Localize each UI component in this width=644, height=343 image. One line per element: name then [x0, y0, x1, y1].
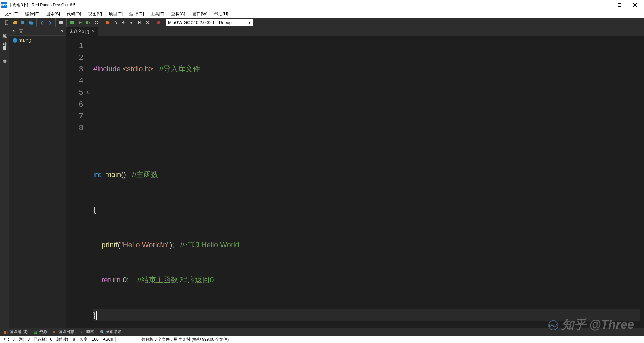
menu-tools[interactable]: 工具[T] — [147, 10, 168, 18]
svg-rect-6 — [97, 21, 98, 22]
vtab-structure[interactable]: 结构 — [2, 38, 8, 41]
statusbar: 行: 8 列: 3 已选择: 0 总行数: 8 长度: 160 ASCII 共解… — [0, 336, 644, 343]
menu-refactor[interactable]: 重构[C] — [168, 10, 189, 18]
save-icon[interactable] — [19, 19, 26, 26]
menu-code[interactable]: 代码[O] — [63, 10, 85, 18]
continue-icon[interactable] — [136, 19, 143, 26]
compile-run-icon[interactable] — [85, 19, 92, 26]
resources-icon: ▦ — [34, 330, 38, 334]
compile-icon[interactable] — [68, 19, 76, 26]
refresh-icon[interactable]: ↻ — [59, 28, 65, 35]
menu-run[interactable]: 运行[R] — [126, 10, 147, 18]
tree-toggle-icon[interactable]: ☰ — [39, 28, 45, 35]
filter-icon[interactable] — [18, 28, 24, 35]
fold-gutter: ⊟ — [87, 36, 91, 343]
status-sel: 已选择: 0 — [32, 337, 54, 342]
vtab-watch[interactable]: 监视 — [2, 29, 8, 33]
menu-view[interactable]: 视图[V] — [85, 10, 105, 18]
open-file-icon[interactable] — [11, 19, 18, 26]
function-icon: f — [13, 38, 17, 43]
svg-rect-0 — [618, 4, 621, 7]
btab-search[interactable]: 🔍搜索结果 — [97, 328, 124, 335]
close-tab-icon[interactable]: × — [92, 29, 94, 34]
maximize-button[interactable] — [612, 0, 627, 10]
btab-compile-log[interactable]: ≡编译日志 — [50, 328, 77, 335]
file-tab[interactable]: 未命名3 [*] × — [66, 27, 98, 36]
minimize-button[interactable] — [596, 0, 612, 10]
svg-rect-8 — [97, 23, 98, 24]
btab-debug[interactable]: ✓调试 — [78, 328, 97, 335]
search-icon: 🔍 — [100, 330, 104, 334]
forward-icon[interactable] — [46, 19, 54, 26]
code-editor[interactable]: 12345678 ⊟ #include <stdio.h> //导入库文件 in… — [66, 36, 644, 343]
bottom-tabs: ◧编译器 (0) ▦资源 ≡编译日志 ✓调试 🔍搜索结果 — [0, 328, 644, 336]
debug-icon[interactable] — [104, 19, 111, 26]
menu-search[interactable]: 搜索[S] — [43, 10, 63, 18]
svg-rect-4 — [86, 21, 88, 24]
svg-rect-5 — [95, 21, 96, 22]
save-all-icon[interactable] — [27, 19, 35, 26]
menu-window[interactable]: 窗口[W] — [189, 10, 211, 18]
left-vertical-tabs: 监视 结构 文件 — [0, 27, 9, 328]
file-icon — [2, 46, 7, 50]
new-file-icon[interactable] — [3, 19, 10, 26]
compiler-icon: ◧ — [4, 330, 8, 334]
svg-rect-11 — [3, 46, 6, 50]
app-icon: DEV — [1, 2, 7, 8]
svg-point-10 — [157, 21, 160, 24]
menu-project[interactable]: 项目[P] — [105, 10, 126, 18]
debug-tab-icon: ✓ — [80, 330, 85, 334]
status-encoding: ASCII — [101, 337, 115, 342]
file-tab-label: 未命名3 [*] — [70, 29, 89, 35]
fold-toggle-icon[interactable]: ⊟ — [87, 86, 91, 98]
menubar: 文件[F] 编辑[E] 搜索[S] 代码[O] 视图[V] 项目[P] 运行[R… — [0, 10, 644, 18]
toolbar: MinGW GCC10.2.0 32-bit Debug ▾ — [0, 18, 644, 27]
log-icon: ≡ — [53, 330, 57, 334]
status-col: 列: 3 — [17, 337, 32, 342]
btab-compiler[interactable]: ◧编译器 (0) — [1, 328, 30, 335]
window-title: 未命名3 [*] - Red Panda Dev-C++ 6.5 — [9, 2, 75, 8]
line-gutter: 12345678 — [66, 36, 87, 343]
code-body[interactable]: #include <stdio.h> //导入库文件 int main() //… — [91, 36, 644, 343]
structure-panel: ⇅ ☰ ↻ f main() — [9, 27, 66, 328]
symbol-main[interactable]: f main() — [11, 37, 64, 43]
close-button[interactable] — [627, 0, 643, 10]
svg-point-9 — [106, 21, 109, 24]
menu-help[interactable]: 帮助[H] — [211, 10, 232, 18]
rebuild-icon[interactable] — [93, 19, 100, 26]
step-out-icon[interactable] — [128, 19, 135, 26]
status-parse: 共解析 3 个文件，用时 0 秒 (每秒 999.00 个文件) — [139, 337, 231, 342]
svg-rect-1 — [5, 21, 8, 25]
status-len: 长度: 160 — [77, 337, 100, 342]
stop-debug-icon[interactable] — [144, 19, 151, 26]
vtab-files[interactable]: 文件 — [2, 55, 8, 58]
chevron-down-icon: ▾ — [248, 20, 251, 25]
breakpoint-icon[interactable] — [155, 19, 162, 26]
menu-edit[interactable]: 编辑[E] — [22, 10, 43, 18]
svg-rect-3 — [70, 21, 74, 24]
editor-tabstrip: 未命名3 [*] × — [66, 27, 644, 36]
step-over-icon[interactable] — [112, 19, 119, 26]
run-icon[interactable] — [76, 19, 84, 26]
toggle-icon[interactable] — [57, 19, 65, 26]
compiler-select[interactable]: MinGW GCC10.2.0 32-bit Debug ▾ — [166, 19, 253, 26]
sort-icon[interactable]: ⇅ — [11, 28, 17, 35]
symbol-label: main() — [19, 38, 31, 43]
step-into-icon[interactable] — [120, 19, 127, 26]
titlebar: DEV 未命名3 [*] - Red Panda Dev-C++ 6.5 — [0, 0, 644, 10]
status-row: 行: 8 — [2, 337, 17, 342]
btab-resources[interactable]: ▦资源 — [31, 328, 50, 335]
status-total: 总行数: 8 — [54, 337, 77, 342]
svg-rect-7 — [95, 23, 96, 24]
text-cursor — [96, 311, 97, 320]
back-icon[interactable] — [38, 19, 46, 26]
svg-rect-2 — [59, 21, 63, 24]
menu-file[interactable]: 文件[F] — [1, 10, 22, 18]
